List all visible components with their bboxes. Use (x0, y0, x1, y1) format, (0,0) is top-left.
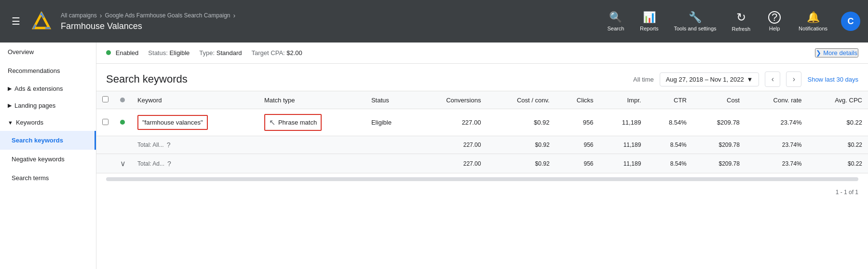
hamburger-button[interactable]: ☰ (8, 12, 24, 31)
row-status-cell: Eligible (366, 109, 415, 136)
sidebar-label-recommendations: Recommendations (8, 67, 60, 74)
page-title: Farmhouse Valances (61, 21, 601, 31)
all-time-label: All time (633, 76, 654, 83)
total-ad-cost-conv: $0.92 (487, 154, 555, 173)
status-field: Status: Eligible (148, 49, 190, 57)
sidebar-item-overview[interactable]: Overview (0, 42, 96, 61)
sidebar-item-search-keywords[interactable]: Search keywords (0, 131, 96, 150)
sidebar-item-recommendations[interactable]: Recommendations (0, 61, 96, 80)
sidebar-label-search-keywords: Search keywords (12, 137, 63, 144)
avatar-button[interactable]: C (841, 12, 860, 31)
search-icon: 🔍 (609, 11, 622, 24)
svg-marker-0 (34, 14, 49, 28)
refresh-icon: ↻ (736, 11, 746, 24)
row-status-dot (120, 120, 125, 125)
campaign-name-link[interactable]: Google Ads Farmhouse Goals Search Campai… (105, 12, 230, 19)
select-all-checkbox[interactable] (102, 96, 108, 102)
table-header: Keyword Match type Status Conversions Co… (96, 91, 868, 109)
type-value: Standard (217, 49, 242, 57)
total-all-conv-rate: 23.74% (746, 136, 808, 154)
total-all-checkbox-cell (96, 136, 114, 154)
chevron-down-icon: ▼ (8, 120, 13, 126)
more-details-label: More details (823, 49, 857, 57)
row-status-dot-cell (114, 109, 132, 136)
horizontal-scrollbar[interactable] (106, 177, 858, 181)
row-cost-conv-cell: $0.92 (487, 109, 555, 136)
col-conversions: Conversions (415, 91, 487, 109)
expand-icon[interactable]: ∨ (120, 159, 126, 168)
col-keyword: Keyword (132, 91, 258, 109)
sidebar-item-landing-pages[interactable]: ▶ Landing pages (0, 97, 96, 114)
enabled-label: Enabled (116, 49, 139, 57)
search-label: Search (608, 26, 624, 31)
date-picker[interactable]: Aug 27, 2018 – Nov 1, 2022 ▼ (660, 72, 760, 86)
help-icon-total-all[interactable]: ? (167, 141, 171, 149)
refresh-label: Refresh (732, 26, 751, 32)
total-all-label: Total: All... (137, 142, 164, 148)
more-details-button[interactable]: ❯ More details (815, 48, 858, 57)
help-label: Help (769, 26, 780, 31)
col-status: Status (366, 91, 415, 109)
table-header-row: Search keywords All time Aug 27, 2018 – … (96, 64, 868, 91)
total-all-avg-cpc: $0.22 (808, 136, 868, 154)
breadcrumb: All campaigns › Google Ads Farmhouse Goa… (61, 12, 601, 19)
tools-icon: 🔧 (689, 11, 702, 24)
col-impr: Impr. (599, 91, 647, 109)
match-type-cell: ↖ Phrase match (258, 109, 366, 136)
notifications-label: Notifications (799, 26, 827, 31)
sidebar-label-ads-extensions: Ads & extensions (14, 85, 63, 92)
search-button[interactable]: 🔍 Search (601, 7, 630, 35)
show-last-30-button[interactable]: Show last 30 days (807, 76, 858, 83)
sidebar-label-keywords: Keywords (16, 119, 43, 126)
keyword-text[interactable]: "farmhouse valances" (137, 115, 208, 130)
status-bar: Enabled Status: Eligible Type: Standard … (96, 42, 868, 64)
keywords-table: Keyword Match type Status Conversions Co… (96, 91, 868, 173)
total-all-clicks: 956 (556, 136, 599, 154)
prev-date-button[interactable]: ‹ (765, 71, 780, 87)
total-ad-label-cell: Total: Ad... ? (132, 154, 366, 173)
chevron-right-icon: ▶ (8, 85, 12, 92)
sidebar-label-overview: Overview (8, 48, 34, 56)
total-ad-ctr: 8.54% (647, 154, 692, 173)
row-avg-cpc-cell: $0.22 (808, 109, 868, 136)
all-campaigns-link[interactable]: All campaigns (61, 12, 97, 19)
notifications-button[interactable]: 🔔 Notifications (793, 7, 833, 35)
col-avg-cpc: Avg. CPC (808, 91, 868, 109)
reports-icon: 📊 (643, 11, 656, 24)
total-ad-checkbox-cell (96, 154, 114, 173)
total-ad-conversions: 227.00 (415, 154, 487, 173)
sidebar-label-search-terms: Search terms (12, 174, 49, 182)
sidebar-item-search-terms[interactable]: Search terms (0, 169, 96, 187)
breadcrumb-area: All campaigns › Google Ads Farmhouse Goa… (61, 12, 601, 31)
total-ad-avg-cpc: $0.22 (808, 154, 868, 173)
help-button[interactable]: ? Help (760, 7, 789, 35)
refresh-button[interactable]: ↻ Refresh (726, 7, 757, 36)
match-type-value: Phrase match (278, 119, 317, 126)
chevron-right-icon-2: ▶ (8, 102, 12, 109)
google-ads-logo (32, 12, 51, 31)
row-checkbox[interactable] (102, 119, 108, 125)
type-label: Type: (199, 49, 215, 57)
tools-settings-button[interactable]: 🔧 Tools and settings (668, 7, 722, 35)
reports-button[interactable]: 📊 Reports (634, 7, 665, 35)
sidebar-item-keywords[interactable]: ▼ Keywords (0, 114, 96, 131)
col-cost-conv: Cost / conv. (487, 91, 555, 109)
match-type-text[interactable]: ↖ Phrase match (264, 114, 322, 131)
total-ad-impr: 11,189 (599, 154, 647, 173)
total-all-label-cell: Total: All... ? (132, 136, 366, 154)
total-ad-dot-cell: ∨ (114, 154, 132, 173)
col-match-type: Match type (258, 91, 366, 109)
sidebar-item-ads-extensions[interactable]: ▶ Ads & extensions (0, 80, 96, 97)
target-cpa-value: $2.00 (286, 49, 302, 57)
next-date-button[interactable]: › (786, 71, 801, 87)
notifications-icon: 🔔 (807, 11, 820, 24)
sidebar-item-negative-keywords[interactable]: Negative keywords (0, 150, 96, 169)
top-header: ☰ All campaigns › Google Ads Farmhouse G… (0, 0, 868, 42)
col-conv-rate: Conv. rate (746, 91, 808, 109)
total-ad-cost: $209.78 (692, 154, 746, 173)
table-title: Search keywords (106, 73, 188, 85)
help-icon-total-ad[interactable]: ? (167, 160, 171, 168)
sidebar-label-landing-pages: Landing pages (14, 102, 55, 109)
col-checkbox (96, 91, 114, 109)
chevron-down-icon-2: ❯ (816, 49, 821, 57)
